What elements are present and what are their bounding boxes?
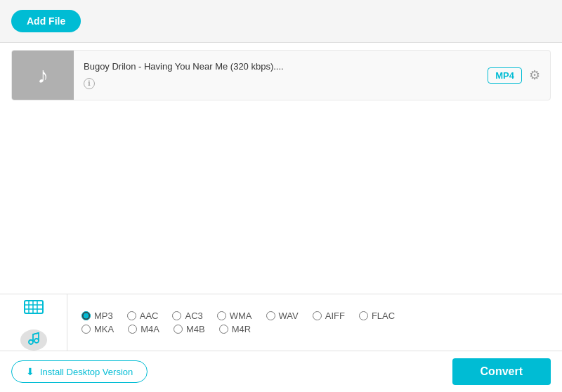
format-option-m4r[interactable]: M4R <box>219 324 251 334</box>
format-panel: MP3AACAC3WMAWAVAIFFFLAC MKAM4AM4BM4R <box>0 294 562 351</box>
file-list: ♪ Bugoy Drilon - Having You Near Me (320… <box>0 43 562 294</box>
radio-aiff[interactable] <box>313 311 322 320</box>
format-section: MP3AACAC3WMAWAVAIFFFLAC MKAM4AM4BM4R <box>0 294 562 351</box>
radio-m4a[interactable] <box>128 325 137 334</box>
format-label-ac3: AC3 <box>185 311 202 321</box>
svg-rect-0 <box>25 301 43 313</box>
radio-m4r[interactable] <box>219 325 228 334</box>
install-button[interactable]: ⬇ Install Desktop Version <box>11 360 148 383</box>
radio-wav[interactable] <box>266 311 275 320</box>
format-label-aac: AAC <box>140 311 159 321</box>
format-label-wav: WAV <box>279 311 299 321</box>
format-label-aiff: AIFF <box>325 311 345 321</box>
format-grid: MP3AACAC3WMAWAVAIFFFLAC MKAM4AM4BM4R <box>67 294 562 351</box>
audio-format-icon-wrap[interactable] <box>20 329 47 351</box>
format-label-mka: MKA <box>94 324 114 334</box>
radio-m4b[interactable] <box>174 325 183 334</box>
format-option-wma[interactable]: WMA <box>217 311 252 321</box>
file-name: Bugoy Drilon - Having You Near Me (320 k… <box>84 61 478 72</box>
format-option-aiff[interactable]: AIFF <box>313 311 345 321</box>
radio-mka[interactable] <box>81 325 91 334</box>
format-option-mp3[interactable]: MP3 <box>81 311 113 321</box>
format-option-ac3[interactable]: AC3 <box>172 311 202 321</box>
music-icon: ♪ <box>37 63 48 89</box>
format-option-wav[interactable]: WAV <box>266 311 299 321</box>
convert-button[interactable]: Convert <box>452 358 551 385</box>
format-option-m4a[interactable]: M4A <box>128 324 159 334</box>
svg-point-6 <box>29 340 33 344</box>
format-label-wma: WMA <box>230 311 252 321</box>
file-thumbnail: ♪ <box>12 50 74 100</box>
svg-line-8 <box>33 333 39 334</box>
format-option-aac[interactable]: AAC <box>127 311 159 321</box>
radio-aac[interactable] <box>127 311 136 320</box>
format-label-m4r: M4R <box>232 324 251 334</box>
format-option-flac[interactable]: FLAC <box>359 311 395 321</box>
format-badge[interactable]: MP4 <box>488 67 522 84</box>
format-label-m4a: M4A <box>140 324 159 334</box>
format-option-mka[interactable]: MKA <box>81 324 114 334</box>
download-icon: ⬇ <box>26 366 34 377</box>
file-info: Bugoy Drilon - Having You Near Me (320 k… <box>74 54 488 96</box>
file-actions: MP4 ⚙ <box>488 67 550 84</box>
add-file-button[interactable]: Add File <box>11 10 81 32</box>
top-bar: Add File <box>0 0 562 43</box>
footer-bar: ⬇ Install Desktop Version Convert <box>0 351 562 392</box>
format-option-m4b[interactable]: M4B <box>174 324 205 334</box>
video-format-icon[interactable] <box>21 294 46 324</box>
radio-flac[interactable] <box>359 311 368 320</box>
format-row-2: MKAM4AM4BM4R <box>81 324 548 334</box>
format-label-mp3: MP3 <box>94 311 113 321</box>
format-type-icons <box>0 294 67 351</box>
format-label-m4b: M4B <box>186 324 205 334</box>
radio-mp3[interactable] <box>81 311 91 320</box>
svg-point-7 <box>34 339 39 343</box>
radio-wma[interactable] <box>217 311 226 320</box>
info-icon[interactable]: ℹ <box>84 78 95 89</box>
settings-icon[interactable]: ⚙ <box>529 67 540 83</box>
audio-format-icon <box>27 332 41 349</box>
format-row-1: MP3AACAC3WMAWAVAIFFFLAC <box>81 311 548 321</box>
install-label: Install Desktop Version <box>40 367 133 377</box>
format-label-flac: FLAC <box>372 311 395 321</box>
file-item: ♪ Bugoy Drilon - Having You Near Me (320… <box>11 50 551 100</box>
radio-ac3[interactable] <box>172 311 181 320</box>
